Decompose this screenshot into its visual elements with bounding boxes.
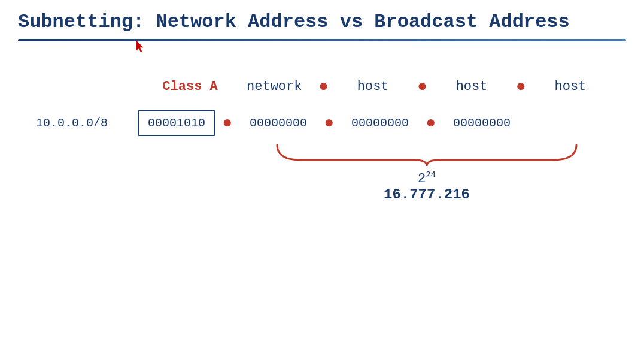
title-bold: Subnetting: (18, 11, 144, 33)
power-notation: 224 (418, 170, 436, 186)
dot-separator-6: ● (419, 114, 443, 132)
title-rest: Network Address vs Broadcast Address (144, 11, 570, 33)
page-title: Subnetting: Network Address vs Broadcast… (18, 11, 626, 33)
brace-section: 224 16.777.216 (245, 142, 608, 203)
octet2-binary: 00000000 (239, 116, 317, 130)
binary-row: 10.0.0.0/8 00001010 ● 00000000 ● 0000000… (36, 110, 608, 136)
host2-label: host (434, 79, 509, 94)
octet3-binary: 00000000 (341, 116, 419, 130)
octet1-binary: 00001010 (138, 110, 215, 136)
octet4-binary: 00000000 (443, 116, 521, 130)
power-base: 2 (418, 171, 426, 186)
dot-separator-5: ● (317, 114, 341, 132)
power-exponent: 24 (426, 170, 436, 180)
dot-separator-1: ● (312, 77, 335, 96)
main-content: Class A network ● host ● host ● host 10.… (0, 41, 644, 203)
header: Subnetting: Network Address vs Broadcast… (0, 0, 644, 33)
dot-separator-3: ● (509, 77, 533, 96)
ip-address-label: 10.0.0.0/8 (36, 116, 138, 130)
column-labels-row: Class A network ● host ● host ● host (144, 77, 608, 96)
network-label: network (236, 79, 312, 94)
dot-separator-2: ● (411, 77, 434, 96)
host1-label: host (335, 79, 411, 94)
host-count: 16.777.216 (384, 186, 470, 203)
brace-container: 224 16.777.216 (245, 142, 608, 203)
curly-brace-icon (271, 142, 582, 169)
dot-separator-4: ● (215, 114, 239, 132)
class-a-label: Class A (144, 79, 236, 94)
host3-label: host (533, 79, 608, 94)
